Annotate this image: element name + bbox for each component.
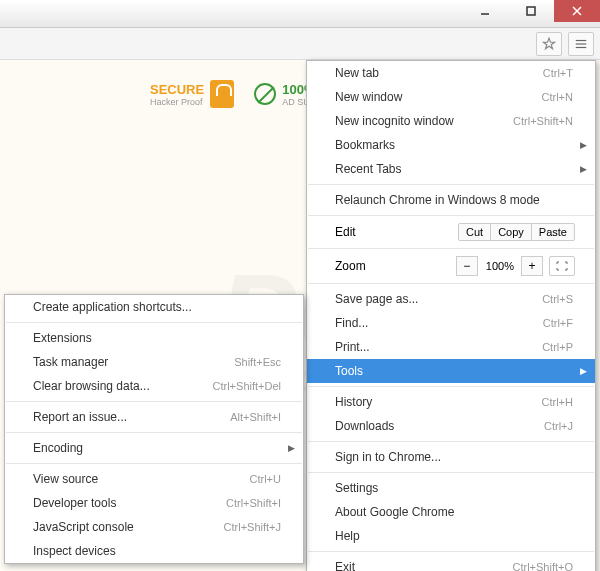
menu-item-developer-tools[interactable]: Developer toolsCtrl+Shift+I [5, 491, 303, 515]
no-sign-icon [254, 83, 276, 105]
menu-item-label: Clear browsing data... [33, 379, 150, 393]
menu-item-javascript-console[interactable]: JavaScript consoleCtrl+Shift+J [5, 515, 303, 539]
zoom-out-button[interactable]: − [456, 256, 478, 276]
menu-item-settings[interactable]: Settings [307, 476, 595, 500]
menu-item-about-google-chrome[interactable]: About Google Chrome [307, 500, 595, 524]
menu-item-label: View source [33, 472, 98, 486]
separator [6, 322, 302, 323]
menu-item-label: New incognito window [335, 114, 454, 128]
shortcut: Ctrl+F [543, 317, 573, 329]
menu-item-label: New window [335, 90, 402, 104]
menu-item-label: Print... [335, 340, 370, 354]
menu-item-new-tab[interactable]: New tabCtrl+T [307, 61, 595, 85]
menu-item-clear-browsing-data[interactable]: Clear browsing data...Ctrl+Shift+Del [5, 374, 303, 398]
cut-button[interactable]: Cut [458, 223, 491, 241]
copy-button[interactable]: Copy [490, 223, 532, 241]
menu-item-create-application-shortcuts[interactable]: Create application shortcuts... [5, 295, 303, 319]
shortcut: Ctrl+Shift+Q [512, 561, 573, 571]
menu-item-save-page-as[interactable]: Save page as...Ctrl+S [307, 287, 595, 311]
shortcut: Ctrl+T [543, 67, 573, 79]
menu-item-sign-in-to-chrome[interactable]: Sign in to Chrome... [307, 445, 595, 469]
menu-button[interactable] [568, 32, 594, 56]
menu-item-label: Extensions [33, 331, 92, 345]
menu-item-label: Relaunch Chrome in Windows 8 mode [335, 193, 540, 207]
menu-item-label: Find... [335, 316, 368, 330]
separator [308, 386, 594, 387]
shortcut: Ctrl+N [542, 91, 573, 103]
menu-item-print[interactable]: Print...Ctrl+P [307, 335, 595, 359]
menu-item-help[interactable]: Help [307, 524, 595, 548]
menu-item-view-source[interactable]: View sourceCtrl+U [5, 467, 303, 491]
shortcut: Ctrl+U [250, 473, 281, 485]
chrome-main-menu: New tabCtrl+TNew windowCtrl+NNew incogni… [306, 60, 596, 571]
menu-item-label: Tools [335, 364, 363, 378]
menu-item-inspect-devices[interactable]: Inspect devices [5, 539, 303, 563]
shortcut: Ctrl+S [542, 293, 573, 305]
shortcut: Alt+Shift+I [230, 411, 281, 423]
shortcut: Ctrl+H [542, 396, 573, 408]
menu-item-task-manager[interactable]: Task managerShift+Esc [5, 350, 303, 374]
secure-badge: SECUREHacker Proof [150, 80, 234, 108]
chevron-right-icon: ▶ [288, 443, 295, 453]
menu-item-recent-tabs[interactable]: Recent Tabs▶ [307, 157, 595, 181]
shortcut: Ctrl+Shift+N [513, 115, 573, 127]
paste-button[interactable]: Paste [531, 223, 575, 241]
menu-item-report-an-issue[interactable]: Report an issue...Alt+Shift+I [5, 405, 303, 429]
tools-submenu: Create application shortcuts...Extension… [4, 294, 304, 564]
menu-item-label: Help [335, 529, 360, 543]
shortcut: Shift+Esc [234, 356, 281, 368]
menu-item-relaunch-chrome-in-windows-8-mode[interactable]: Relaunch Chrome in Windows 8 mode [307, 188, 595, 212]
menu-item-bookmarks[interactable]: Bookmarks▶ [307, 133, 595, 157]
menu-item-downloads[interactable]: DownloadsCtrl+J [307, 414, 595, 438]
menu-item-label: Inspect devices [33, 544, 116, 558]
shortcut: Ctrl+Shift+I [226, 497, 281, 509]
menu-item-encoding[interactable]: Encoding▶ [5, 436, 303, 460]
separator [6, 401, 302, 402]
menu-item-exit[interactable]: ExitCtrl+Shift+Q [307, 555, 595, 571]
separator [308, 248, 594, 249]
menu-item-tools[interactable]: Tools▶ [307, 359, 595, 383]
close-button[interactable] [554, 0, 600, 22]
shortcut: Ctrl+J [544, 420, 573, 432]
menu-item-label: About Google Chrome [335, 505, 454, 519]
menu-item-label: Recent Tabs [335, 162, 402, 176]
lock-icon [210, 80, 234, 108]
menu-item-label: Task manager [33, 355, 108, 369]
chevron-right-icon: ▶ [580, 164, 587, 174]
svg-rect-1 [527, 7, 535, 15]
menu-item-label: Save page as... [335, 292, 418, 306]
separator [308, 184, 594, 185]
menu-item-label: Bookmarks [335, 138, 395, 152]
menu-item-label: Downloads [335, 419, 394, 433]
menu-item-new-incognito-window[interactable]: New incognito windowCtrl+Shift+N [307, 109, 595, 133]
menu-item-label: Developer tools [33, 496, 116, 510]
separator [308, 551, 594, 552]
menu-item-new-window[interactable]: New windowCtrl+N [307, 85, 595, 109]
menu-item-find[interactable]: Find...Ctrl+F [307, 311, 595, 335]
menu-item-label: Create application shortcuts... [33, 300, 192, 314]
maximize-button[interactable] [508, 0, 554, 22]
zoom-row: Zoom−100%+ [307, 252, 595, 280]
menu-item-label: Settings [335, 481, 378, 495]
minimize-button[interactable] [462, 0, 508, 22]
edit-row: EditCutCopyPaste [307, 219, 595, 245]
separator [308, 472, 594, 473]
menu-item-label: History [335, 395, 372, 409]
separator [308, 283, 594, 284]
menu-item-extensions[interactable]: Extensions [5, 326, 303, 350]
zoom-label: Zoom [335, 259, 366, 273]
zoom-in-button[interactable]: + [521, 256, 543, 276]
menu-item-label: New tab [335, 66, 379, 80]
chevron-right-icon: ▶ [580, 366, 587, 376]
bookmark-star-icon[interactable] [536, 32, 562, 56]
zoom-value: 100% [478, 260, 522, 272]
shortcut: Ctrl+Shift+J [224, 521, 281, 533]
menu-item-label: JavaScript console [33, 520, 134, 534]
menu-item-label: Report an issue... [33, 410, 127, 424]
titlebar [0, 0, 600, 28]
separator [6, 432, 302, 433]
fullscreen-button[interactable] [549, 256, 575, 276]
menu-item-history[interactable]: HistoryCtrl+H [307, 390, 595, 414]
chevron-right-icon: ▶ [580, 140, 587, 150]
separator [6, 463, 302, 464]
